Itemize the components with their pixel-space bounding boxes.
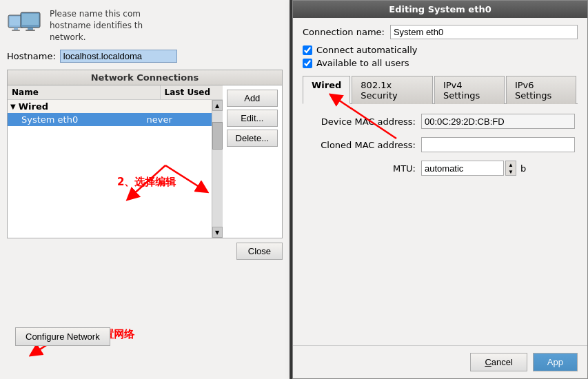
nc-scrollbar[interactable]: ▲ ▼ xyxy=(212,100,223,238)
cloned-mac-input[interactable] xyxy=(421,137,575,152)
scrollbar-up-arrow[interactable]: ▲ xyxy=(212,100,223,111)
device-mac-row: Device MAC address: xyxy=(305,114,575,129)
hostname-label: Hostname: xyxy=(7,51,56,61)
mtu-unit: b xyxy=(520,163,526,174)
device-mac-input[interactable] xyxy=(421,114,575,129)
conn-name-input[interactable] xyxy=(390,25,578,39)
available-all-users-row: Available to all users xyxy=(303,58,578,68)
nc-body: Name Last Used ▼ Wired System eth0 never xyxy=(8,85,282,238)
mtu-up-btn[interactable]: ▲ xyxy=(506,161,516,168)
col-name-header: Name xyxy=(8,85,161,99)
svg-rect-1 xyxy=(10,17,22,25)
info-line1: Please name this com xyxy=(50,8,143,20)
info-line2: hostname identifies th xyxy=(50,20,143,32)
dialog-footer: Cancel App xyxy=(293,345,587,378)
nc-title: Network Connections xyxy=(8,70,282,85)
nc-item-system-eth0[interactable]: System eth0 never xyxy=(8,113,212,126)
mtu-label: MTU: xyxy=(305,163,416,174)
left-panel: Please name this com hostname identifies… xyxy=(0,0,290,379)
cancel-underline-c: Cancel xyxy=(485,357,512,367)
nc-list-header: Name Last Used xyxy=(8,85,223,100)
tab-ipv6-settings[interactable]: IPv6 Settings xyxy=(506,76,576,104)
hostname-row: Hostname: xyxy=(0,48,290,70)
mtu-down-btn[interactable]: ▼ xyxy=(506,168,516,175)
nc-item-last-used: never xyxy=(147,114,209,125)
dialog-title: Editing System eth0 xyxy=(293,1,587,18)
connect-auto-label: Connect automatically xyxy=(316,45,418,55)
wired-expand-icon: ▼ xyxy=(10,103,16,110)
network-connections-box: Network Connections Name Last Used ▼ Wir… xyxy=(7,70,283,238)
nc-list: ▼ Wired System eth0 never xyxy=(8,100,212,238)
tabs-bar: Wired 802.1x Security IPv4 Settings IPv6… xyxy=(303,75,578,104)
delete-button[interactable]: Delete... xyxy=(227,130,278,147)
dialog-body: Connection name: Connect automatically A… xyxy=(293,18,587,194)
nc-scroll-wrapper: ▼ Wired System eth0 never ▲ ▼ xyxy=(8,100,223,238)
svg-rect-5 xyxy=(22,14,39,25)
wired-group-label: Wired xyxy=(19,101,48,112)
configure-network-button[interactable]: Configure Network xyxy=(15,327,110,346)
cloned-mac-row: Cloned MAC address: xyxy=(305,137,575,152)
device-mac-label: Device MAC address: xyxy=(305,116,416,127)
close-button[interactable]: Close xyxy=(236,243,283,260)
connect-auto-row: Connect automatically xyxy=(303,45,578,55)
cloned-mac-label: Cloned MAC address: xyxy=(305,140,416,150)
edit-button[interactable]: Edit... xyxy=(227,110,278,127)
available-all-users-checkbox[interactable] xyxy=(303,59,312,68)
nc-item-name: System eth0 xyxy=(21,114,147,125)
info-line3: network. xyxy=(50,32,143,43)
available-all-users-label: Available to all users xyxy=(316,58,409,68)
network-icon xyxy=(7,10,43,39)
tab-content-wired: Device MAC address: Cloned MAC address: … xyxy=(303,104,578,187)
scrollbar-down-arrow[interactable]: ▼ xyxy=(212,227,223,238)
scrollbar-thumb[interactable] xyxy=(212,122,223,150)
mtu-row: MTU: ▲ ▼ b xyxy=(305,161,575,176)
svg-rect-3 xyxy=(12,30,20,31)
apply-button[interactable]: App xyxy=(533,353,578,371)
hostname-input[interactable] xyxy=(60,50,177,63)
add-button[interactable]: Add xyxy=(227,90,278,107)
conn-name-row: Connection name: xyxy=(303,25,578,39)
cancel-button[interactable]: Cancel xyxy=(470,353,527,371)
mtu-input[interactable] xyxy=(421,161,504,176)
mtu-select-wrap: ▲ ▼ b xyxy=(421,161,526,176)
tab-wired[interactable]: Wired xyxy=(303,76,350,104)
tab-8021x-security[interactable]: 802.1x Security xyxy=(352,76,433,104)
conn-name-label: Connection name: xyxy=(303,27,385,37)
wired-group-row[interactable]: ▼ Wired xyxy=(8,100,212,113)
connect-auto-checkbox[interactable] xyxy=(303,45,312,55)
tab-ipv4-settings[interactable]: IPv4 Settings xyxy=(434,76,505,104)
svg-rect-7 xyxy=(26,30,35,31)
dialog-panel: Editing System eth0 Connection name: Con… xyxy=(292,0,588,379)
close-row: Close xyxy=(0,238,290,264)
top-info-area: Please name this com hostname identifies… xyxy=(0,0,290,48)
nc-list-area: Name Last Used ▼ Wired System eth0 never xyxy=(8,85,223,238)
nc-buttons: Add Edit... Delete... xyxy=(223,85,282,238)
mtu-spinners: ▲ ▼ xyxy=(505,161,516,176)
col-lastused-header: Last Used xyxy=(161,85,223,99)
